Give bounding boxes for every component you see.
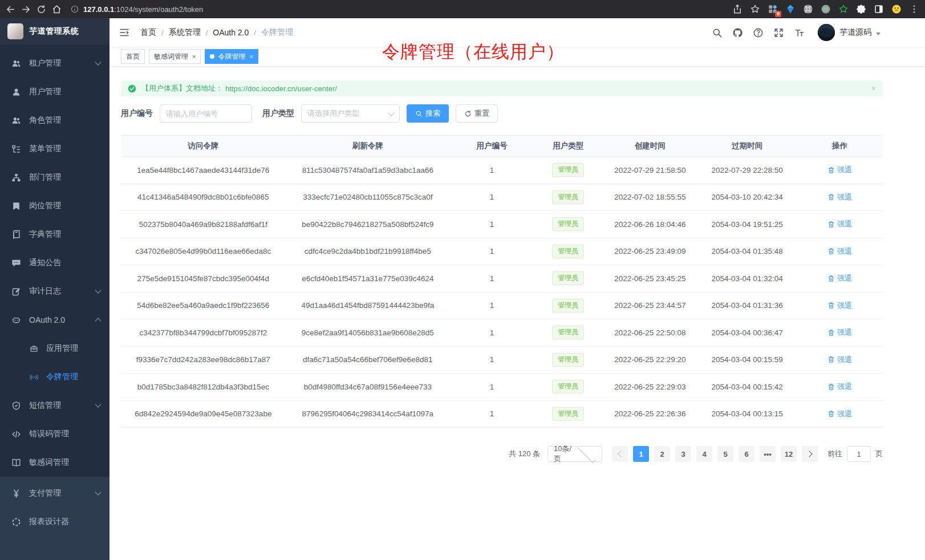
next-page-button[interactable] [802,446,818,462]
extension-badge: 9 [775,11,781,17]
green-star-icon[interactable] [838,4,849,14]
table-row: 54d6be82ee5a460a9aedc1f9bf223656 49d1aa4… [121,293,883,320]
puzzle-icon[interactable] [856,4,866,14]
user-type-select[interactable]: 请选择用户类型 [301,104,400,123]
force-logout-button[interactable]: 强退 [827,246,852,257]
page-size-select[interactable]: 10条/页 [547,446,602,462]
page-number-button[interactable]: 1 [633,446,649,462]
back-icon[interactable] [6,5,15,14]
sidebar-item[interactable]: 应用管理 [0,334,109,363]
sidebar-item[interactable]: 字典管理 [0,220,109,249]
sidebar-item-label: 部门管理 [29,172,61,182]
page-number-button[interactable]: 4 [696,446,712,462]
home-icon[interactable] [52,5,62,14]
page-number-button[interactable]: 12 [781,446,797,462]
help-icon[interactable] [753,27,764,38]
share-icon[interactable] [732,4,743,14]
address-bar[interactable]: 127.0.0.1:1024/system/oauth2/token [71,5,203,14]
goto-page-input[interactable] [847,446,871,462]
force-logout-button[interactable]: 强退 [827,327,852,338]
sidebar-item[interactable]: 审计日志 [0,277,109,306]
sidebar-item-label: 令牌管理 [46,372,78,382]
sidebar-item[interactable]: 租户管理 [0,49,109,78]
search-icon [415,110,423,117]
search-icon[interactable] [712,27,723,38]
force-logout-button[interactable]: 强退 [827,409,852,419]
search-button[interactable]: 搜索 [407,104,449,123]
split-window-icon[interactable] [874,4,884,14]
alert-close-icon[interactable]: × [871,84,876,92]
sidebar-item-label: 角色管理 [29,115,61,125]
prev-page-button[interactable] [612,446,628,462]
sidebar-item[interactable]: 部门管理 [0,163,109,192]
sidebar-item[interactable]: 菜单管理 [0,135,109,163]
command-circle-icon[interactable] [803,4,813,14]
sidebar-item[interactable]: 用户管理 [0,78,109,106]
user-type-cell: 管理员 [534,380,602,393]
force-logout-button[interactable]: 强退 [827,192,852,202]
user-avatar[interactable] [818,24,835,41]
github-icon[interactable] [732,27,743,38]
extensions-grid-icon[interactable]: 9 [768,4,778,14]
sidebar-item[interactable]: 角色管理 [0,106,109,135]
sidebar-item[interactable]: 支付管理 [0,479,109,508]
sidebar-item[interactable]: 短信管理 [0,391,109,420]
breadcrumb-item[interactable]: 首页 [140,27,156,38]
reset-button[interactable]: 重置 [456,104,498,123]
view-tab[interactable]: 首页 [121,49,145,64]
force-logout-button[interactable]: 强退 [827,301,852,311]
profile-emoji-icon[interactable] [891,4,902,14]
edit-icon [11,287,21,297]
page-number-button[interactable]: 5 [717,446,733,462]
col-user-id: 用户编号 [450,141,534,151]
user-id-input[interactable] [160,104,252,123]
page-number-button[interactable]: 2 [654,446,670,462]
sidebar-item[interactable]: 错误码管理 [0,420,109,448]
font-size-icon[interactable] [794,27,805,38]
user-menu[interactable]: 芋道源码 [818,24,881,41]
page-number-button[interactable]: 6 [739,446,754,462]
fullscreen-icon[interactable] [773,27,784,38]
page-number-button[interactable]: 3 [675,446,691,462]
force-logout-button[interactable]: 强退 [827,273,852,283]
bookmark-star-icon[interactable] [750,4,760,14]
browser-nav-icons [6,5,62,14]
reload-icon[interactable] [36,5,46,14]
breadcrumb-item[interactable]: OAuth 2.0 [213,28,249,37]
view-tab[interactable]: 令牌管理 × [205,49,258,64]
sidebar-item[interactable]: 岗位管理 [0,192,109,220]
app-logo[interactable]: 芋道管理系统 [0,18,109,44]
refresh-token-cell: 333ecfc71e02480cb11055c875c3ca0f [286,193,451,201]
sidebar-item[interactable]: 报表设计器 [0,508,109,536]
menu-dots-icon[interactable] [909,4,919,14]
action-cell: 强退 [797,327,883,338]
tab-close-icon[interactable]: × [249,54,253,60]
view-tab[interactable]: 敏感词管理 × [149,49,201,64]
breadcrumb-separator: / [161,29,164,37]
tree-list-icon [11,144,21,154]
doc-link[interactable]: https://doc.iocoder.cn/user-center/ [225,84,337,93]
page-unit: 页 [875,449,883,459]
open-book-icon [11,458,21,468]
sidebar-item[interactable]: 令牌管理 [0,363,109,391]
sidebar-item[interactable]: 通知公告 [0,249,109,277]
tab-close-icon[interactable]: × [192,54,196,60]
page-number-button[interactable]: ••• [760,446,776,462]
force-logout-button[interactable]: 强退 [827,165,852,175]
breadcrumb-item[interactable]: 系统管理 [169,27,201,38]
force-logout-button[interactable]: 强退 [827,355,852,365]
sidebar-fold-icon[interactable] [119,27,130,38]
page-info-icon[interactable] [71,5,79,13]
app-logo-image [7,23,23,39]
page-content: 【用户体系】文档地址： https://doc.iocoder.cn/user-… [109,80,925,462]
trash-icon [827,356,835,363]
forward-icon[interactable] [21,5,31,14]
sidebar-item[interactable]: 敏感词管理 [0,448,109,477]
col-access-token: 访问令牌 [121,141,286,151]
gem-icon[interactable] [785,4,796,14]
sidebar-item[interactable]: OAuth 2.0 [0,306,109,334]
force-logout-button[interactable]: 强退 [827,219,852,229]
breadcrumb-item[interactable]: 令牌管理 [261,27,293,38]
force-logout-button[interactable]: 强退 [827,382,852,392]
record-circle-icon[interactable] [821,4,831,14]
